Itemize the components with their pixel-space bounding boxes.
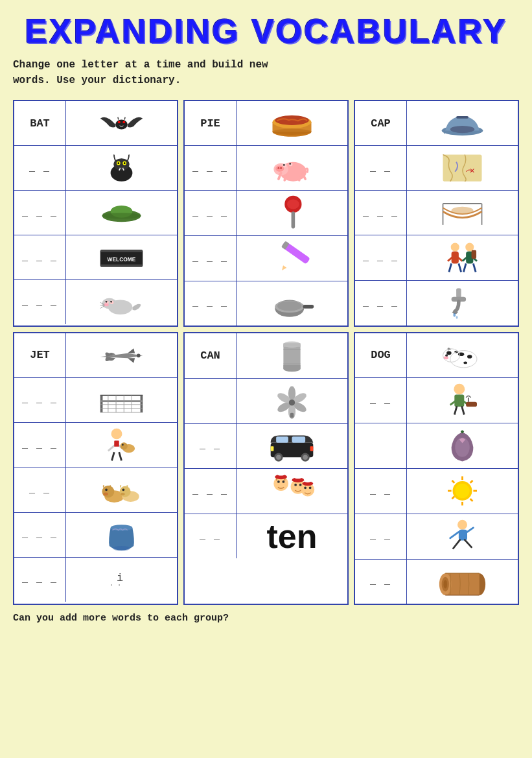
svg-rect-45 bbox=[303, 305, 314, 309]
svg-point-157 bbox=[445, 354, 448, 357]
svg-rect-15 bbox=[100, 264, 143, 266]
svg-point-156 bbox=[463, 361, 467, 364]
svg-rect-76 bbox=[100, 400, 143, 402]
svg-point-121 bbox=[289, 399, 295, 405]
svg-point-0 bbox=[115, 119, 128, 129]
table-row: JET bbox=[14, 333, 177, 378]
table-row: _ _ ✕ bbox=[355, 146, 518, 191]
svg-line-90 bbox=[119, 452, 122, 460]
svg-line-61 bbox=[459, 263, 461, 272]
word-cell: _ _ _ bbox=[355, 191, 407, 235]
table-row: _ _ _ bbox=[14, 513, 177, 558]
svg-point-165 bbox=[454, 384, 465, 395]
svg-point-101 bbox=[122, 488, 124, 491]
svg-point-35 bbox=[283, 164, 285, 166]
svg-line-170 bbox=[462, 406, 465, 414]
img-cell bbox=[66, 333, 177, 377]
word-cell: _ _ _ bbox=[14, 558, 66, 602]
word-cell: _ _ _ bbox=[185, 469, 237, 514]
img-cell bbox=[237, 281, 347, 326]
img-cell bbox=[407, 281, 518, 326]
svg-rect-130 bbox=[271, 446, 274, 451]
page-title: EXPANDING VOCABULARY bbox=[13, 12, 519, 51]
svg-rect-122 bbox=[290, 413, 294, 418]
img-cell bbox=[66, 468, 177, 512]
svg-point-62 bbox=[465, 243, 474, 252]
svg-line-60 bbox=[449, 263, 452, 272]
svg-line-187 bbox=[450, 532, 459, 538]
footer-text: Can you add more words to each group? bbox=[13, 613, 519, 624]
img-cell bbox=[407, 333, 518, 377]
svg-point-104 bbox=[113, 546, 130, 551]
svg-rect-131 bbox=[310, 446, 314, 451]
img-cell bbox=[237, 101, 347, 145]
svg-point-127 bbox=[276, 455, 281, 460]
table-row: _ _ _ bbox=[185, 146, 347, 191]
word-cell: _ _ _ bbox=[14, 513, 66, 557]
table-row: _ _ _ · · i bbox=[14, 558, 177, 602]
svg-marker-41 bbox=[281, 265, 287, 272]
svg-point-143 bbox=[294, 476, 301, 479]
svg-point-185 bbox=[457, 519, 467, 529]
svg-line-188 bbox=[467, 528, 473, 532]
svg-point-21 bbox=[110, 301, 112, 303]
word-cell: _ _ _ bbox=[355, 281, 407, 326]
word-cell: _ _ _ bbox=[14, 280, 66, 324]
table-row: _ _ bbox=[355, 514, 518, 560]
svg-point-146 bbox=[309, 486, 312, 489]
img-cell bbox=[407, 101, 518, 145]
img-cell bbox=[66, 280, 177, 324]
img-cell bbox=[66, 423, 177, 468]
img-cell: ten bbox=[237, 514, 347, 558]
svg-point-22 bbox=[104, 303, 109, 307]
svg-rect-49 bbox=[456, 116, 468, 119]
svg-text:WELCOME: WELCOME bbox=[108, 256, 136, 263]
svg-point-27 bbox=[273, 128, 312, 134]
word-cell: _ _ bbox=[355, 378, 407, 423]
svg-point-137 bbox=[277, 473, 284, 476]
table-row: CAP bbox=[355, 101, 518, 146]
svg-point-32 bbox=[280, 167, 282, 169]
svg-line-169 bbox=[454, 406, 457, 414]
svg-line-67 bbox=[473, 263, 476, 272]
img-cell: WELCOME bbox=[66, 235, 177, 279]
table-row bbox=[355, 423, 518, 469]
svg-rect-68 bbox=[472, 250, 477, 259]
svg-point-145 bbox=[304, 486, 306, 489]
svg-rect-110 bbox=[283, 343, 300, 347]
word-cell: JET bbox=[14, 333, 66, 377]
word-cell: _ _ _ bbox=[14, 423, 66, 468]
dog-group: DOG bbox=[354, 332, 519, 605]
word-cell: _ _ _ bbox=[14, 191, 66, 235]
svg-line-182 bbox=[470, 480, 473, 483]
table-row: _ _ bbox=[355, 378, 518, 423]
svg-point-98 bbox=[103, 493, 108, 496]
table-row bbox=[185, 379, 347, 424]
svg-point-155 bbox=[467, 355, 472, 359]
img-cell bbox=[407, 514, 518, 559]
svg-point-139 bbox=[294, 484, 297, 486]
svg-line-189 bbox=[453, 539, 459, 548]
img-cell bbox=[407, 560, 518, 604]
svg-point-31 bbox=[277, 167, 279, 169]
svg-point-93 bbox=[121, 442, 128, 449]
svg-point-7 bbox=[117, 162, 119, 164]
svg-point-97 bbox=[105, 488, 108, 491]
svg-point-30 bbox=[275, 165, 284, 171]
table-row: _ _ _ bbox=[355, 281, 518, 326]
word-cell: _ _ _ bbox=[14, 378, 66, 422]
svg-rect-111 bbox=[283, 365, 300, 369]
jet-group: JET _ _ _ bbox=[13, 332, 178, 605]
table-row: _ _ _ WELCOME bbox=[14, 235, 177, 280]
word-cell: _ _ bbox=[355, 469, 407, 514]
word-cell: _ _ _ bbox=[185, 191, 237, 235]
word-cell: DOG bbox=[355, 333, 407, 377]
img-cell bbox=[66, 378, 177, 422]
word-cell: _ _ _ bbox=[14, 235, 66, 279]
svg-line-183 bbox=[452, 496, 455, 499]
img-cell: ✕ bbox=[407, 146, 518, 190]
svg-rect-125 bbox=[292, 436, 306, 442]
svg-point-195 bbox=[443, 580, 447, 588]
table-row: _ _ ten bbox=[185, 514, 347, 558]
svg-line-180 bbox=[452, 480, 455, 483]
